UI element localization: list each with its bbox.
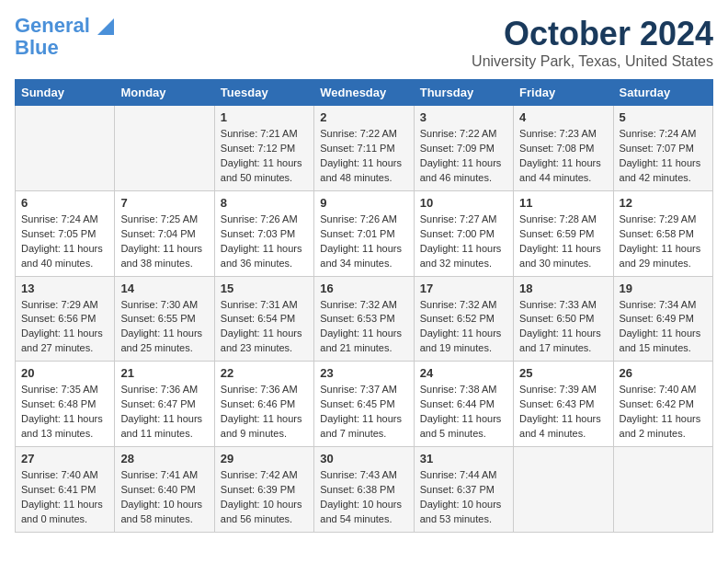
daylight-text: Daylight: 10 hours and 54 minutes.	[320, 498, 407, 527]
sunset-text: Sunset: 7:04 PM	[120, 227, 208, 242]
daylight-text: Daylight: 10 hours and 53 minutes.	[420, 498, 507, 527]
sunrise-text: Sunrise: 7:25 AM	[120, 213, 208, 227]
day-number: 28	[120, 452, 208, 465]
daylight-text: Daylight: 11 hours and 15 minutes.	[620, 327, 707, 356]
cell-detail: Sunrise: 7:23 AMSunset: 7:08 PMDaylight:…	[519, 127, 607, 186]
title-area: October 2024 University Park, Texas, Uni…	[472, 15, 713, 70]
calendar-cell: 26Sunrise: 7:40 AMSunset: 6:42 PMDayligh…	[613, 362, 712, 447]
sunset-text: Sunset: 6:37 PM	[420, 483, 507, 498]
cell-detail: Sunrise: 7:41 AMSunset: 6:40 PMDaylight:…	[120, 468, 208, 527]
daylight-text: Daylight: 11 hours and 17 minutes.	[519, 327, 607, 356]
logo-arrow-icon	[97, 18, 114, 35]
sunset-text: Sunset: 7:07 PM	[620, 142, 707, 156]
daylight-text: Daylight: 11 hours and 11 minutes.	[120, 412, 208, 442]
cell-detail: Sunrise: 7:25 AMSunset: 7:04 PMDaylight:…	[120, 213, 208, 271]
cell-detail: Sunrise: 7:27 AMSunset: 7:00 PMDaylight:…	[420, 213, 507, 271]
header-row: SundayMondayTuesdayWednesdayThursdayFrid…	[16, 80, 713, 106]
day-number: 21	[120, 366, 208, 380]
sunset-text: Sunset: 6:44 PM	[420, 397, 507, 412]
day-number: 26	[620, 366, 707, 380]
header: General Blue October 2024 University Par…	[15, 15, 713, 70]
sunset-text: Sunset: 7:12 PM	[221, 142, 308, 156]
cell-detail: Sunrise: 7:30 AMSunset: 6:55 PMDaylight:…	[120, 298, 208, 357]
daylight-text: Daylight: 11 hours and 40 minutes.	[21, 242, 108, 271]
calendar-cell: 16Sunrise: 7:32 AMSunset: 6:53 PMDayligh…	[314, 276, 414, 362]
sunrise-text: Sunrise: 7:32 AM	[420, 298, 507, 313]
calendar-cell: 29Sunrise: 7:42 AMSunset: 6:39 PMDayligh…	[214, 447, 313, 533]
day-number: 11	[519, 196, 607, 210]
daylight-text: Daylight: 11 hours and 32 minutes.	[420, 242, 507, 271]
day-number: 23	[320, 366, 407, 380]
cell-detail: Sunrise: 7:22 AMSunset: 7:09 PMDaylight:…	[420, 127, 507, 186]
daylight-text: Daylight: 11 hours and 0 minutes.	[21, 498, 108, 527]
day-number: 29	[221, 452, 308, 465]
sunset-text: Sunset: 7:03 PM	[221, 227, 308, 242]
cell-detail: Sunrise: 7:38 AMSunset: 6:44 PMDaylight:…	[420, 383, 507, 442]
cell-detail: Sunrise: 7:22 AMSunset: 7:11 PMDaylight:…	[320, 127, 407, 186]
sunrise-text: Sunrise: 7:43 AM	[320, 468, 407, 483]
calendar-cell	[16, 106, 115, 191]
daylight-text: Daylight: 11 hours and 25 minutes.	[120, 327, 208, 356]
day-header: Sunday	[16, 80, 115, 106]
sunrise-text: Sunrise: 7:29 AM	[620, 213, 707, 227]
calendar-cell: 6Sunrise: 7:24 AMSunset: 7:05 PMDaylight…	[16, 190, 115, 276]
calendar-cell: 13Sunrise: 7:29 AMSunset: 6:56 PMDayligh…	[16, 276, 115, 362]
day-number: 5	[620, 110, 707, 124]
calendar-cell: 21Sunrise: 7:36 AMSunset: 6:47 PMDayligh…	[115, 362, 214, 447]
day-number: 4	[519, 110, 607, 124]
calendar-week-row: 1Sunrise: 7:21 AMSunset: 7:12 PMDaylight…	[16, 106, 713, 191]
cell-detail: Sunrise: 7:33 AMSunset: 6:50 PMDaylight:…	[519, 298, 607, 357]
day-number: 17	[420, 282, 507, 295]
day-number: 8	[221, 196, 308, 210]
daylight-text: Daylight: 10 hours and 56 minutes.	[221, 498, 308, 527]
logo-text: General	[15, 15, 114, 37]
sunrise-text: Sunrise: 7:24 AM	[21, 213, 108, 227]
daylight-text: Daylight: 11 hours and 50 minutes.	[221, 156, 308, 186]
daylight-text: Daylight: 11 hours and 5 minutes.	[420, 412, 507, 442]
cell-detail: Sunrise: 7:28 AMSunset: 6:59 PMDaylight:…	[519, 213, 607, 271]
calendar-cell: 18Sunrise: 7:33 AMSunset: 6:50 PMDayligh…	[514, 276, 613, 362]
calendar-cell: 28Sunrise: 7:41 AMSunset: 6:40 PMDayligh…	[115, 447, 214, 533]
day-number: 25	[519, 366, 607, 380]
day-number: 13	[21, 282, 108, 295]
daylight-text: Daylight: 11 hours and 36 minutes.	[221, 242, 308, 271]
day-number: 20	[21, 366, 108, 380]
calendar-cell: 5Sunrise: 7:24 AMSunset: 7:07 PMDaylight…	[613, 106, 712, 191]
sunset-text: Sunset: 7:01 PM	[320, 227, 407, 242]
daylight-text: Daylight: 11 hours and 29 minutes.	[620, 242, 707, 271]
day-number: 18	[519, 282, 607, 295]
sunrise-text: Sunrise: 7:22 AM	[320, 127, 407, 142]
cell-detail: Sunrise: 7:34 AMSunset: 6:49 PMDaylight:…	[620, 298, 707, 357]
logo: General Blue	[15, 15, 114, 59]
cell-detail: Sunrise: 7:40 AMSunset: 6:41 PMDaylight:…	[21, 468, 108, 527]
sunset-text: Sunset: 6:41 PM	[21, 483, 108, 498]
calendar-cell: 1Sunrise: 7:21 AMSunset: 7:12 PMDaylight…	[214, 106, 313, 191]
sunrise-text: Sunrise: 7:33 AM	[519, 298, 607, 313]
day-number: 10	[420, 196, 507, 210]
calendar-cell: 25Sunrise: 7:39 AMSunset: 6:43 PMDayligh…	[514, 362, 613, 447]
sunset-text: Sunset: 6:38 PM	[320, 483, 407, 498]
sunset-text: Sunset: 6:58 PM	[620, 227, 707, 242]
sunrise-text: Sunrise: 7:26 AM	[221, 213, 308, 227]
sunset-text: Sunset: 6:52 PM	[420, 312, 507, 327]
sunrise-text: Sunrise: 7:34 AM	[620, 298, 707, 313]
sunset-text: Sunset: 7:05 PM	[21, 227, 108, 242]
calendar-cell: 7Sunrise: 7:25 AMSunset: 7:04 PMDaylight…	[115, 190, 214, 276]
sunset-text: Sunset: 6:42 PM	[620, 397, 707, 412]
day-header: Monday	[115, 80, 214, 106]
daylight-text: Daylight: 11 hours and 4 minutes.	[519, 412, 607, 442]
sunset-text: Sunset: 6:46 PM	[221, 397, 308, 412]
sunset-text: Sunset: 7:09 PM	[420, 142, 507, 156]
cell-detail: Sunrise: 7:40 AMSunset: 6:42 PMDaylight:…	[620, 383, 707, 442]
cell-detail: Sunrise: 7:44 AMSunset: 6:37 PMDaylight:…	[420, 468, 507, 527]
sunrise-text: Sunrise: 7:44 AM	[420, 468, 507, 483]
sunset-text: Sunset: 6:39 PM	[221, 483, 308, 498]
sunset-text: Sunset: 6:47 PM	[120, 397, 208, 412]
calendar-cell: 12Sunrise: 7:29 AMSunset: 6:58 PMDayligh…	[613, 190, 712, 276]
sunrise-text: Sunrise: 7:28 AM	[519, 213, 607, 227]
calendar-cell	[613, 447, 712, 533]
cell-detail: Sunrise: 7:32 AMSunset: 6:52 PMDaylight:…	[420, 298, 507, 357]
sunset-text: Sunset: 6:43 PM	[519, 397, 607, 412]
sunset-text: Sunset: 7:00 PM	[420, 227, 507, 242]
sunrise-text: Sunrise: 7:38 AM	[420, 383, 507, 397]
